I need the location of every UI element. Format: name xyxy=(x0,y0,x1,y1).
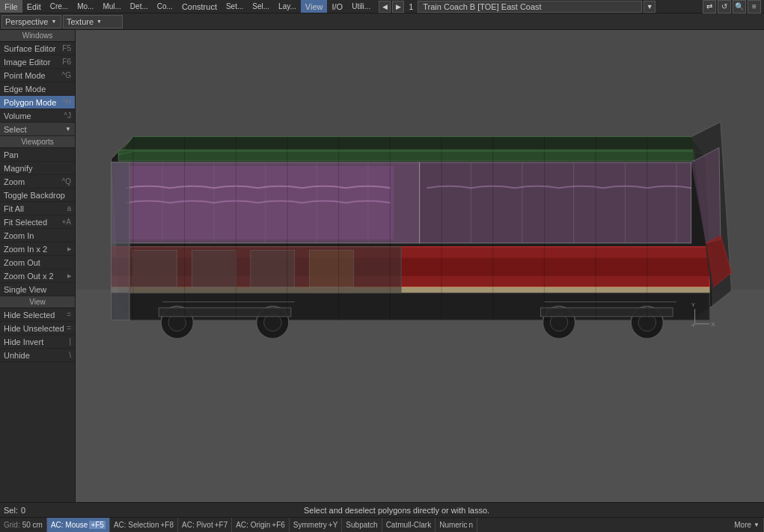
subpatch-item[interactable]: Subpatch xyxy=(342,518,382,532)
unhide-shortcut: \ xyxy=(69,351,71,359)
pan-label: Pan xyxy=(4,150,19,159)
fit-selected-shortcut: +A xyxy=(61,218,71,226)
zoom-shortcut: ^Q xyxy=(62,177,71,186)
menu-construct[interactable]: Co... xyxy=(153,0,177,13)
menu-setup[interactable]: Set... xyxy=(221,0,248,13)
hide-unselected-shortcut: = xyxy=(67,324,71,332)
surface-editor-item[interactable]: Surface Editor F5 xyxy=(0,42,75,55)
edge-mode-item[interactable]: Edge Mode xyxy=(0,82,75,96)
fit-selected-item[interactable]: Fit Selected +A xyxy=(0,215,75,229)
menu-multiply[interactable]: Mul... xyxy=(98,0,125,13)
svg-rect-20 xyxy=(111,162,130,320)
icon-zoom[interactable]: 🔍 xyxy=(733,0,746,13)
more-dropdown-icon: ▼ xyxy=(754,522,760,528)
zoom-in-x2-item[interactable]: Zoom In x 2 xyxy=(0,242,75,256)
single-view-label: Single View xyxy=(4,285,46,294)
ac-mouse-item[interactable]: AC: Mouse +F5 xyxy=(47,518,110,532)
edge-mode-label: Edge Mode xyxy=(4,85,46,94)
menu-edit[interactable]: Edit xyxy=(22,0,46,13)
title-dropdown-btn[interactable]: ▼ xyxy=(644,1,655,13)
svg-text:X: X xyxy=(712,321,716,328)
hide-unselected-item[interactable]: Hide Unselected = xyxy=(0,322,75,335)
catmull-item[interactable]: Catmull-Clark xyxy=(382,518,436,532)
svg-rect-24 xyxy=(251,251,295,287)
hide-selected-item[interactable]: Hide Selected = xyxy=(0,308,75,322)
ac-selection-item[interactable]: AC: Selection +F8 xyxy=(110,518,178,532)
menu-layout[interactable]: Lay... xyxy=(274,0,301,13)
bottom-toolbar: Grid: 50 cm AC: Mouse +F5 AC: Selection … xyxy=(0,517,764,532)
image-editor-item[interactable]: Image Editor F6 xyxy=(0,55,75,69)
toolbar-row: Perspective Texture xyxy=(0,13,764,30)
sidebar: Windows Surface Editor F5 Image Editor F… xyxy=(0,30,76,502)
point-mode-shortcut: ^G xyxy=(62,71,71,79)
frame-number: 1 xyxy=(406,2,416,11)
menu-selection[interactable]: Sel... xyxy=(248,0,274,13)
numeric-item[interactable]: Numeric n xyxy=(436,518,477,532)
image-editor-shortcut: F6 xyxy=(62,58,71,66)
hide-selected-shortcut: = xyxy=(67,311,71,319)
hide-invert-label: Hide Invert xyxy=(4,337,43,346)
zoom-item[interactable]: Zoom ^Q xyxy=(0,175,75,189)
hide-invert-shortcut: | xyxy=(69,337,71,346)
svg-text:Y: Y xyxy=(691,302,696,308)
icon-menu[interactable]: ≡ xyxy=(748,0,761,13)
status-sel-group: Sel: 0 xyxy=(4,506,25,515)
toggle-backdrop-item[interactable]: Toggle Backdrop xyxy=(0,189,75,202)
perspective-dropdown[interactable]: Perspective xyxy=(1,15,61,28)
more-label: More xyxy=(734,521,751,529)
catmull-label: Catmull-Clark xyxy=(386,521,432,529)
texture-dropdown[interactable]: Texture xyxy=(63,15,123,28)
sel-label: Sel: xyxy=(4,506,18,515)
ac-origin-item[interactable]: AC: Origin +F6 xyxy=(232,518,290,532)
zoom-out-x2-label: Zoom Out x 2 xyxy=(4,272,54,281)
menu-modify[interactable]: Mo... xyxy=(73,0,98,13)
zoom-label: Zoom xyxy=(4,177,25,186)
more-item[interactable]: More ▼ xyxy=(730,518,764,532)
menu-file[interactable]: File xyxy=(0,0,22,13)
nav-next-btn[interactable]: ▶ xyxy=(392,1,404,13)
svg-rect-22 xyxy=(133,251,177,287)
menu-io[interactable]: I/O xyxy=(327,0,347,13)
svg-rect-3 xyxy=(420,162,691,243)
menu-utilities[interactable]: Utili... xyxy=(347,0,375,13)
menu-view[interactable]: View xyxy=(301,0,328,13)
zoom-out-label: Zoom Out xyxy=(4,258,40,267)
magnify-item[interactable]: Magnify xyxy=(0,162,75,175)
numeric-key: n xyxy=(468,521,473,529)
pan-item[interactable]: Pan xyxy=(0,148,75,162)
viewport-3d[interactable]: + X Y xyxy=(76,30,764,502)
volume-item[interactable]: Volume ^J xyxy=(0,109,75,123)
menu-create[interactable]: Cre... xyxy=(46,0,73,13)
fit-all-label: Fit All xyxy=(4,204,24,213)
icon-move[interactable]: ⇄ xyxy=(703,0,716,13)
train-wireframe: + X Y xyxy=(89,77,750,431)
unhide-item[interactable]: Unhide \ xyxy=(0,349,75,362)
menu-map[interactable]: Construct xyxy=(177,0,221,13)
image-editor-label: Image Editor xyxy=(4,58,50,67)
ac-origin-key: +F6 xyxy=(272,521,285,529)
polygon-mode-item[interactable]: Polygon Mode ^H xyxy=(0,96,75,109)
fit-all-item[interactable]: Fit All a xyxy=(0,202,75,215)
zoom-out-x2-item[interactable]: Zoom Out x 2 xyxy=(0,269,75,283)
sel-value: 0 xyxy=(21,506,25,515)
point-mode-item[interactable]: Point Mode ^G xyxy=(0,69,75,82)
title-display: Train Coach B [TOE] East Coast xyxy=(418,1,642,13)
menu-detail[interactable]: Det... xyxy=(126,0,153,13)
volume-label: Volume xyxy=(4,111,31,120)
zoom-in-item[interactable]: Zoom In xyxy=(0,229,75,242)
toggle-backdrop-label: Toggle Backdrop xyxy=(4,191,65,200)
nav-prev-btn[interactable]: ◀ xyxy=(379,1,391,13)
svg-rect-1 xyxy=(119,150,695,161)
hide-invert-item[interactable]: Hide Invert | xyxy=(0,335,75,349)
single-view-item[interactable]: Single View xyxy=(0,283,75,296)
svg-rect-35 xyxy=(541,308,673,317)
fit-all-shortcut: a xyxy=(67,204,71,213)
zoom-out-item[interactable]: Zoom Out xyxy=(0,256,75,269)
symmetry-key: +Y xyxy=(328,521,338,529)
grid-item: Grid: 50 cm xyxy=(0,518,47,532)
icon-rotate[interactable]: ↺ xyxy=(718,0,731,13)
symmetry-item[interactable]: Symmetry +Y xyxy=(290,518,343,532)
surface-editor-label: Surface Editor xyxy=(4,44,56,53)
ac-pivot-item[interactable]: AC: Pivot +F7 xyxy=(178,518,232,532)
select-dropdown[interactable]: Select ▼ xyxy=(0,123,75,136)
